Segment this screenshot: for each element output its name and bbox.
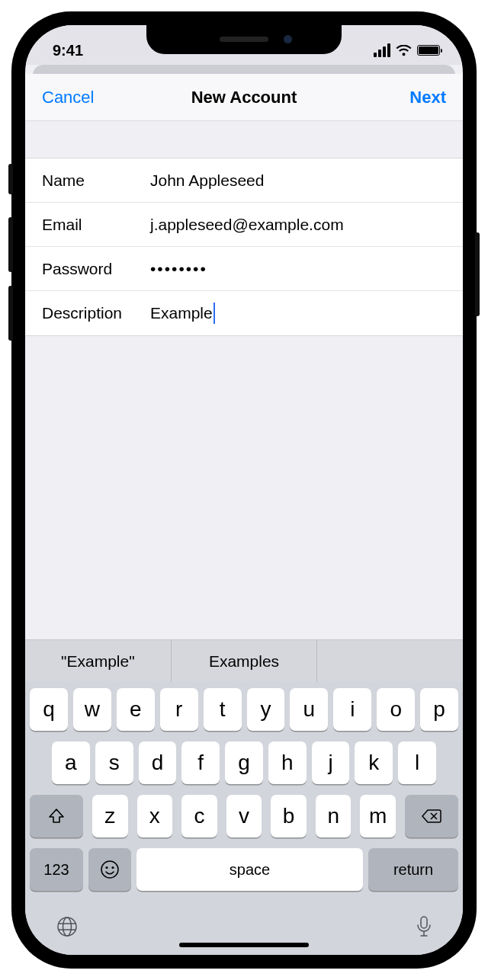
key-r[interactable]: r bbox=[160, 688, 198, 731]
wifi-icon bbox=[396, 45, 412, 56]
key-h[interactable]: h bbox=[268, 741, 307, 784]
cancel-button[interactable]: Cancel bbox=[42, 88, 94, 107]
key-t[interactable]: t bbox=[204, 688, 242, 731]
key-p[interactable]: p bbox=[420, 688, 458, 731]
section-spacer bbox=[25, 121, 463, 158]
svg-point-4 bbox=[63, 918, 72, 936]
key-n[interactable]: n bbox=[316, 795, 352, 837]
key-m[interactable]: m bbox=[360, 795, 396, 837]
form-fields: Name John Appleseed Email j.appleseed@ex… bbox=[25, 158, 463, 336]
svg-point-0 bbox=[101, 861, 118, 878]
notch bbox=[146, 25, 342, 54]
shift-key[interactable] bbox=[30, 795, 83, 837]
keyboard-row-3: z x c v b n m bbox=[30, 795, 458, 837]
home-indicator[interactable] bbox=[179, 943, 309, 947]
autocorrect-bar: "Example" Examples bbox=[25, 639, 463, 682]
key-a[interactable]: a bbox=[52, 741, 90, 784]
volume-up bbox=[8, 217, 13, 272]
text-cursor bbox=[214, 303, 216, 324]
description-text: Example bbox=[150, 304, 213, 322]
keyboard: q w e r t y u i o p a s d f g h j k l bbox=[25, 682, 463, 955]
key-o[interactable]: o bbox=[377, 688, 415, 731]
return-key[interactable]: return bbox=[368, 848, 458, 891]
key-s[interactable]: s bbox=[95, 741, 133, 784]
screen: 9:41 Cancel New Account Next bbox=[25, 25, 463, 955]
mute-switch bbox=[8, 164, 13, 194]
key-q[interactable]: q bbox=[30, 688, 68, 731]
speaker-grille bbox=[220, 37, 268, 42]
keyboard-row-2: a s d f g h j k l bbox=[30, 741, 458, 784]
keyboard-row-1: q w e r t y u i o p bbox=[30, 688, 458, 731]
microphone-icon[interactable] bbox=[416, 915, 432, 938]
email-value: j.appleseed@example.com bbox=[150, 216, 446, 234]
status-time: 9:41 bbox=[53, 42, 83, 59]
key-w[interactable]: w bbox=[73, 688, 111, 731]
svg-rect-5 bbox=[421, 917, 427, 928]
email-label: Email bbox=[42, 216, 150, 234]
key-u[interactable]: u bbox=[290, 688, 328, 731]
key-j[interactable]: j bbox=[312, 741, 350, 784]
emoji-key[interactable] bbox=[88, 848, 131, 891]
key-v[interactable]: v bbox=[226, 795, 262, 837]
suggestion-2[interactable] bbox=[317, 640, 463, 682]
key-b[interactable]: b bbox=[271, 795, 307, 837]
globe-icon[interactable] bbox=[56, 915, 79, 938]
name-field[interactable]: Name John Appleseed bbox=[25, 159, 463, 203]
password-label: Password bbox=[42, 260, 150, 278]
description-field[interactable]: Description Example bbox=[25, 291, 463, 335]
description-label: Description bbox=[42, 304, 150, 322]
svg-point-1 bbox=[105, 866, 108, 869]
page-title: New Account bbox=[191, 88, 297, 107]
svg-point-3 bbox=[58, 918, 76, 936]
cellular-icon bbox=[374, 43, 390, 57]
battery-icon bbox=[417, 45, 440, 56]
email-field[interactable]: Email j.appleseed@example.com bbox=[25, 203, 463, 247]
key-i[interactable]: i bbox=[333, 688, 371, 731]
key-z[interactable]: z bbox=[92, 795, 128, 837]
password-value: •••••••• bbox=[150, 260, 446, 278]
suggestion-0[interactable]: "Example" bbox=[25, 640, 172, 682]
power-button bbox=[475, 232, 480, 316]
password-field[interactable]: Password •••••••• bbox=[25, 247, 463, 291]
navbar: Cancel New Account Next bbox=[25, 74, 463, 121]
modal-sheet: Cancel New Account Next Name John Apples… bbox=[25, 74, 463, 336]
key-f[interactable]: f bbox=[181, 741, 220, 784]
key-y[interactable]: y bbox=[247, 688, 285, 731]
volume-down bbox=[8, 286, 13, 341]
name-value: John Appleseed bbox=[150, 171, 446, 190]
phone-frame: 9:41 Cancel New Account Next bbox=[11, 11, 477, 969]
key-l[interactable]: l bbox=[398, 741, 436, 784]
name-label: Name bbox=[42, 171, 150, 190]
description-value: Example bbox=[150, 303, 446, 324]
keyboard-row-4: 123 space return bbox=[30, 848, 458, 891]
key-d[interactable]: d bbox=[139, 741, 177, 784]
space-key[interactable]: space bbox=[136, 848, 363, 891]
backspace-key[interactable] bbox=[405, 795, 458, 837]
key-e[interactable]: e bbox=[117, 688, 155, 731]
front-camera bbox=[284, 35, 292, 43]
numbers-key[interactable]: 123 bbox=[30, 848, 83, 891]
key-k[interactable]: k bbox=[355, 741, 393, 784]
key-g[interactable]: g bbox=[225, 741, 263, 784]
next-button[interactable]: Next bbox=[409, 88, 446, 107]
key-x[interactable]: x bbox=[137, 795, 173, 837]
svg-point-2 bbox=[111, 866, 114, 869]
suggestion-1[interactable]: Examples bbox=[172, 640, 318, 682]
content-background bbox=[25, 336, 463, 639]
key-c[interactable]: c bbox=[181, 795, 217, 837]
